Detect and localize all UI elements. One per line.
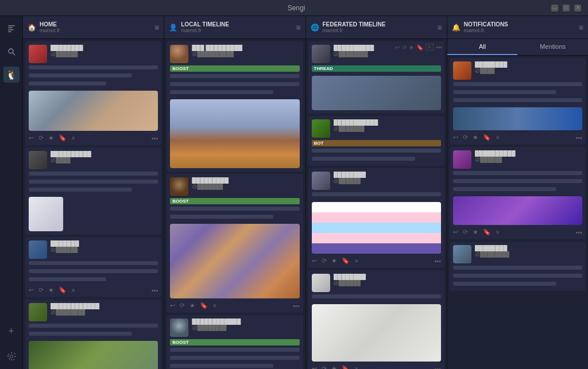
reply-button[interactable]: ↩: [453, 134, 458, 141]
settings-icon[interactable]: [3, 348, 20, 364]
boost-button[interactable]: ⟳: [38, 134, 44, 142]
notification-tabs: All Mentions: [447, 39, 588, 56]
account-avatar[interactable]: 🐧: [3, 67, 20, 83]
thread-badge: THREAD: [312, 65, 441, 72]
avatar[interactable]: [312, 45, 330, 63]
bookmark-button[interactable]: 🔖: [59, 134, 67, 142]
favorite-button[interactable]: ★: [409, 44, 414, 51]
avatar[interactable]: [312, 172, 330, 190]
add-column-icon[interactable]: +: [3, 323, 20, 339]
boost-button[interactable]: ⟳: [463, 228, 468, 236]
avatar[interactable]: [453, 245, 471, 263]
close-post-button[interactable]: ✕: [496, 135, 500, 141]
bookmark-button[interactable]: 🔖: [342, 365, 350, 369]
maximize-button[interactable]: □: [563, 5, 570, 11]
post-card: ███████ @██████ ↩ ⟳ ★ 🔖 ✕ •••: [25, 237, 161, 297]
reply-button[interactable]: ↩: [29, 134, 34, 142]
reply-button[interactable]: ↩: [312, 365, 317, 369]
close-button[interactable]: ✕: [574, 5, 581, 11]
post-handle: @████████: [475, 251, 582, 257]
federated-column-body: ↩ ⟳ ★ 🔖 ✕ ••• ██████████ @████████: [306, 39, 447, 369]
post-username: ████████: [51, 45, 158, 51]
avatar[interactable]: [453, 150, 471, 169]
avatar[interactable]: [312, 119, 330, 138]
close-post-button[interactable]: ✕: [496, 230, 500, 235]
window-controls[interactable]: — □ ✕: [551, 5, 581, 11]
compose-icon[interactable]: [3, 21, 20, 37]
tab-all[interactable]: All: [447, 39, 518, 55]
avatar[interactable]: [170, 318, 188, 337]
svg-rect-0: [8, 25, 15, 26]
svg-rect-2: [8, 29, 14, 30]
avatar[interactable]: [453, 61, 471, 80]
local-column-body: ███ █████████ @██████████ BOOST: [164, 39, 305, 369]
avatar[interactable]: [29, 151, 47, 169]
home-column-body: ████████ @██████ ↩ ⟳ ★ 🔖 ✕: [23, 39, 164, 369]
bookmark-button[interactable]: 🔖: [200, 302, 208, 309]
home-menu-button[interactable]: ≡: [154, 23, 159, 32]
favorite-button[interactable]: ★: [331, 257, 337, 265]
notifications-menu-button[interactable]: ≡: [579, 23, 583, 32]
close-post-button[interactable]: ✕: [354, 366, 359, 370]
notifications-subtitle: mamot.fr: [464, 28, 575, 33]
tab-mentions[interactable]: Mentions: [517, 39, 588, 55]
post-actions: ↩ ⟳ ★ 🔖 ✕ •••: [312, 256, 441, 265]
avatar[interactable]: [312, 274, 330, 292]
favorite-button[interactable]: ★: [48, 286, 54, 294]
reply-button[interactable]: ↩: [395, 44, 400, 51]
boost-button[interactable]: ⟳: [38, 286, 44, 294]
bookmark-button[interactable]: 🔖: [342, 257, 350, 265]
reply-button[interactable]: ↩: [453, 228, 458, 236]
local-menu-button[interactable]: ≡: [296, 23, 300, 32]
post-text-line: [29, 332, 132, 336]
close-post-button[interactable]: ✕: [71, 135, 76, 141]
avatar[interactable]: [170, 177, 188, 196]
reply-button[interactable]: ↩: [312, 257, 317, 265]
more-button[interactable]: •••: [436, 44, 442, 51]
avatar[interactable]: [29, 303, 47, 321]
boost-button[interactable]: ⟳: [322, 257, 327, 265]
close-post-button[interactable]: ✕: [212, 303, 217, 309]
close-post-button[interactable]: ✕: [71, 288, 76, 293]
close-post-button[interactable]: ✕: [425, 44, 434, 51]
favorite-button[interactable]: ★: [189, 302, 195, 309]
post-image: [170, 224, 299, 298]
more-button[interactable]: •••: [152, 135, 158, 142]
bookmark-button[interactable]: 🔖: [416, 44, 423, 51]
post-text-line: [453, 179, 582, 183]
bookmark-button[interactable]: 🔖: [59, 286, 67, 294]
avatar[interactable]: [170, 45, 188, 63]
federated-menu-button[interactable]: ≡: [438, 23, 442, 32]
federated-subtitle: mamot.fr: [323, 28, 434, 33]
boost-button[interactable]: ⟳: [402, 44, 407, 51]
close-post-button[interactable]: ✕: [354, 258, 359, 264]
boost-button[interactable]: ⟳: [322, 365, 327, 369]
bookmark-button[interactable]: 🔖: [483, 134, 491, 141]
minimize-button[interactable]: —: [551, 5, 558, 11]
favorite-button[interactable]: ★: [331, 365, 337, 369]
post-text-line: [29, 188, 132, 192]
more-button[interactable]: •••: [152, 287, 158, 294]
bookmark-button[interactable]: 🔖: [483, 228, 491, 236]
post-handle: @██████████: [192, 51, 299, 57]
more-button[interactable]: •••: [434, 366, 441, 370]
more-button[interactable]: •••: [575, 229, 582, 236]
avatar[interactable]: [29, 240, 47, 259]
search-icon[interactable]: [3, 44, 20, 60]
boost-button[interactable]: ⟳: [463, 134, 468, 141]
avatar[interactable]: [29, 45, 47, 63]
post-actions: ↩ ⟳ ★ 🔖 ✕ •••: [453, 227, 582, 236]
post-text-line: [170, 82, 299, 86]
reply-button[interactable]: ↩: [170, 302, 175, 309]
post-text-line: [170, 207, 299, 211]
reply-button[interactable]: ↩: [29, 286, 34, 294]
more-button[interactable]: •••: [575, 134, 582, 141]
favorite-button[interactable]: ★: [473, 228, 478, 236]
boost-button[interactable]: ⟳: [180, 302, 185, 309]
favorite-button[interactable]: ★: [473, 134, 478, 141]
favorite-button[interactable]: ★: [48, 134, 54, 142]
boost-badge: BOOST: [170, 65, 299, 72]
more-button[interactable]: •••: [293, 302, 300, 309]
more-button[interactable]: •••: [434, 258, 441, 265]
post-actions: ↩ ⟳ ★ 🔖 ✕ •••: [312, 364, 441, 369]
